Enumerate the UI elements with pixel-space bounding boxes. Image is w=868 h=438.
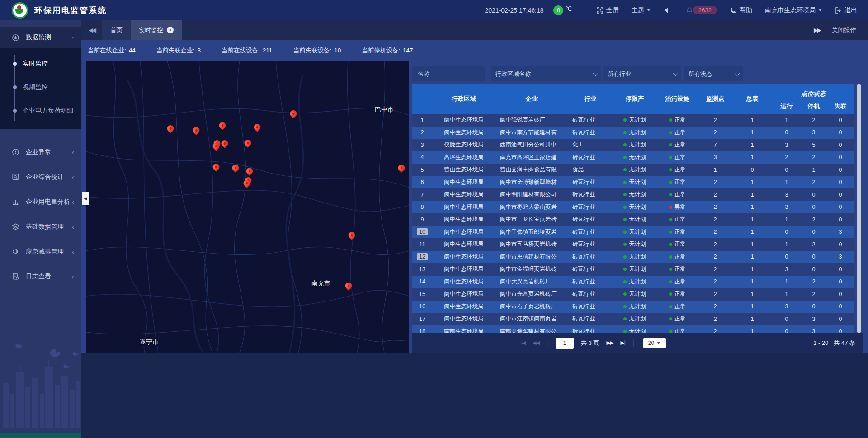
status-dot-icon (669, 268, 672, 271)
cell-run-count: 1 (772, 291, 801, 297)
cell-facility-status: 正常 (656, 179, 698, 186)
stat-label: 当前失联企业: (156, 47, 195, 55)
sidebar-item-3[interactable]: 企业综合统计 ‹ (0, 165, 81, 189)
monitor-panel: 行政区域名称 所有行业 所有状态 行政区域 企业 行业 停限产 治污设施 监测点… (412, 61, 863, 353)
table-row[interactable]: 13 阆中生态环境局 阆中市金福旺页岩机砖 砖瓦行业 无计划 正常 2 1 3 … (412, 263, 854, 276)
sidebar-subitem[interactable]: 实时监控 (0, 52, 81, 75)
pager-divider: │ (546, 339, 549, 346)
table-row[interactable]: 16 阆中生态环境局 阆中市石子页岩机砖厂 砖瓦行业 无计划 正常 2 1 3 … (412, 301, 854, 313)
sidebar-item-7[interactable]: 日志查看 ‹ (0, 264, 81, 289)
sidebar-item-6[interactable]: 应急减排管理 ‹ (0, 239, 81, 264)
theme-button[interactable]: 主题 (632, 6, 651, 14)
close-operations-button[interactable]: 关闭操作 (832, 26, 856, 34)
map-collapse-button[interactable]: ◀ (82, 192, 89, 205)
sidebar-subitem[interactable]: 视频监控 (0, 75, 81, 99)
help-button[interactable]: 帮助 (730, 6, 752, 14)
table-row[interactable]: 15 阆中生态环境局 阆中市光富页岩机砖厂 砖瓦行业 无计划 正常 2 1 1 … (412, 288, 854, 301)
industry-filter-select[interactable]: 所有行业 (603, 66, 681, 81)
sidebar-item-5[interactable]: 基础数据管理 ‹ (0, 214, 81, 239)
datetime-label: 2021-02-25 17:46:18 (485, 7, 543, 14)
page-size-select[interactable]: 20 (643, 338, 666, 348)
table-row[interactable]: 12 阆中生态环境局 阆中市忠信建材有限公 砖瓦行业 无计划 正常 2 1 0 … (412, 251, 854, 264)
tab-close-icon[interactable]: × (167, 27, 174, 33)
cell-monitor-count: 2 (698, 129, 732, 136)
region-filter-select[interactable]: 行政区域名称 (491, 66, 601, 81)
cell-monitor-count: 2 (698, 241, 732, 248)
status-dot-icon (669, 280, 672, 283)
cell-region: 阆中生态环境局 (432, 253, 495, 261)
chevron-down-icon (647, 9, 651, 11)
name-filter-field[interactable] (412, 66, 485, 81)
stat-item: 当前在线企业: 44 (88, 47, 136, 55)
cell-lost-count: 0 (826, 303, 854, 310)
table-row[interactable]: 8 阆中生态环境局 阆中市枣碧大梁山页岩 砖瓦行业 无计划 异常 2 1 3 0… (412, 201, 854, 214)
status-dot-icon (623, 268, 627, 271)
status-dot-icon (669, 131, 672, 134)
chevron-down-icon (593, 71, 598, 75)
table-row[interactable]: 10 阆中生态环境局 阆中千佛镇五郎垭页岩 砖瓦行业 无计划 正常 2 1 0 … (412, 226, 854, 239)
cell-facility-status: 正常 (656, 154, 698, 161)
table-row[interactable]: 2 阆中生态环境局 阆中市南方节能建材有 砖瓦行业 无计划 正常 2 1 0 3… (412, 127, 854, 139)
table-row[interactable]: 4 高坪生态环境局 南充市高坪区王家店建 砖瓦行业 无计划 正常 3 1 2 2… (412, 151, 854, 164)
total-pages-label: 共 3 页 (581, 339, 599, 347)
sidebar-item-1[interactable]: 数据监测 ‹ (0, 27, 81, 48)
table-row[interactable]: 18 南部生态环境局 南部县瑞华建材有限公 砖瓦行业 无计划 正常 2 1 0 … (412, 325, 854, 334)
page-number-input[interactable] (556, 338, 574, 349)
logout-button[interactable]: 退出 (835, 6, 857, 14)
chevron-icon: ‹ (69, 37, 77, 39)
table-row[interactable]: 17 阆中生态环境局 阆中市江南镇阆南页岩 砖瓦行业 无计划 正常 2 1 0 … (412, 313, 854, 325)
cell-region: 阆中生态环境局 (432, 216, 495, 223)
sidebar-item-2[interactable]: 企业异常 ‹ (0, 140, 81, 165)
cell-facility-status: 正常 (656, 228, 698, 236)
first-page-button[interactable]: ∣◀ (520, 340, 525, 346)
status-filter-select[interactable]: 所有状态 (684, 66, 743, 81)
tabs-scroll-left-button[interactable]: ◀◀ (81, 20, 102, 40)
table-row[interactable]: 9 阆中生态环境局 阆中市二龙长宝页岩砖 砖瓦行业 无计划 正常 2 1 1 2… (412, 213, 854, 226)
cell-halt-count: 2 (801, 278, 826, 285)
prev-page-button[interactable]: ◀◀ (533, 340, 539, 346)
table-row[interactable]: 7 阆中生态环境局 阆中明阳建材有限公司 砖瓦行业 无计划 正常 2 1 3 0… (412, 188, 854, 201)
cell-index: 5 (412, 166, 432, 174)
tab[interactable]: 首页 (102, 20, 131, 40)
pagination-bar: ∣◀ ◀◀ │ 共 3 页 ▶▶ ▶∣ │ 20 1 - 20 共 47 条 (412, 333, 863, 353)
status-dot-icon (669, 193, 672, 196)
cell-industry: 砖瓦行业 (568, 116, 613, 124)
top-header: 环保用电监管系统 2021-02-25 17:46:18 0 ℃ 全屏 主题 (0, 0, 868, 20)
sidebar-item-4[interactable]: 企业用电量分析 ‹ (0, 189, 81, 214)
fullscreen-button[interactable]: 全屏 (596, 6, 619, 14)
bullet-icon (13, 109, 17, 113)
tab[interactable]: 实时监控 × (131, 20, 182, 40)
table-scrollbar[interactable] (857, 84, 861, 333)
col-header-meter: 总表 (732, 84, 772, 114)
table-header: 行政区域 企业 行业 停限产 治污设施 监测点 总表 点位状态 运行 停机 失联 (412, 84, 854, 114)
cell-index: 15 (412, 291, 432, 298)
cell-index: 10 (412, 228, 432, 235)
cell-meter-count: 1 (732, 117, 772, 123)
cell-lost-count: 0 (826, 117, 854, 123)
table-row[interactable]: 5 营山生态环境局 营山县润丰肉食品有限 食品 无计划 正常 1 0 0 1 0 (412, 164, 854, 176)
table-row[interactable]: 1 阆中生态环境局 阆中强锐页岩砖厂 砖瓦行业 无计划 正常 2 1 1 2 0 (412, 114, 854, 127)
notifications-button[interactable]: 2632 (686, 6, 717, 14)
cell-company: 阆中大兴页岩机砖厂 (495, 278, 568, 286)
col-header-point-status-group: 点位状态 运行 停机 失联 (772, 84, 854, 114)
sound-mute-button[interactable] (663, 7, 673, 14)
stat-label: 当前在线企业: (88, 47, 126, 55)
table-row[interactable]: 14 阆中生态环境局 阆中大兴页岩机砖厂 砖瓦行业 无计划 正常 2 1 1 2… (412, 276, 854, 288)
next-page-button[interactable]: ▶▶ (606, 340, 613, 346)
map-canvas[interactable]: 巴中市南充市遂宁市 (86, 61, 409, 353)
sidebar-subitem[interactable]: 企业电力负荷明细 (0, 99, 81, 122)
layers-icon (12, 223, 19, 231)
cell-industry: 砖瓦行业 (568, 129, 613, 137)
cell-halt-count: 3 (801, 316, 826, 322)
table-row[interactable]: 6 阆中生态环境局 阆中市金博瑞新型墙材 砖瓦行业 无计划 正常 2 1 1 2… (412, 176, 854, 189)
org-menu-button[interactable]: 南充市生态环境局 (765, 6, 822, 14)
last-page-button[interactable]: ▶∣ (620, 340, 626, 346)
tabs-scroll-right-button[interactable]: ▶▶ (814, 27, 820, 33)
table-row[interactable]: 11 阆中生态环境局 阆中市五马桥页岩机砖 砖瓦行业 无计划 正常 2 1 1 … (412, 238, 854, 251)
cell-run-count: 0 (772, 316, 801, 322)
cell-facility-status: 正常 (656, 290, 698, 298)
name-filter-input[interactable] (417, 70, 480, 78)
table-row[interactable]: 3 仪陇生态环境局 西南油气田分公司川中 化工 无计划 正常 7 1 3 5 0 (412, 139, 854, 151)
cell-company: 阆中千佛镇五郎垭页岩 (495, 228, 568, 236)
cell-run-count: 0 (772, 254, 801, 260)
